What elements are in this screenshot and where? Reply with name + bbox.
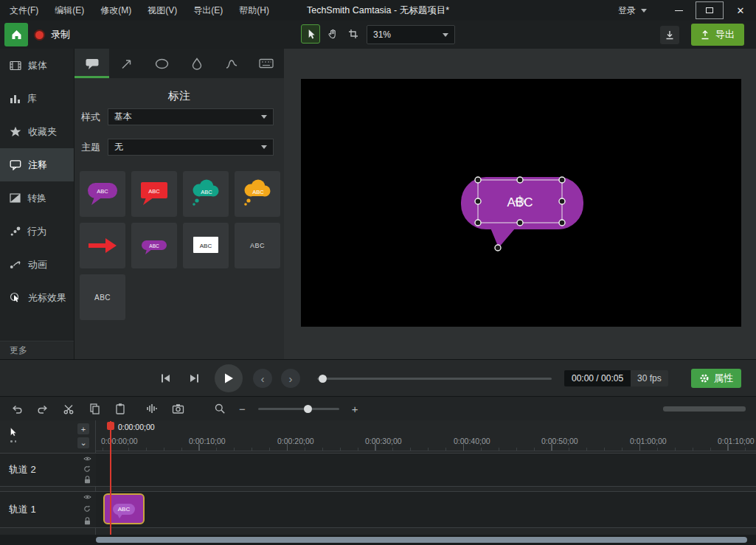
track-1-header[interactable]: 轨道 1 xyxy=(0,491,96,528)
sidebar-item-cursor-effects[interactable]: 光标效果 xyxy=(0,281,74,314)
chevron-right-icon: › xyxy=(289,372,293,385)
sidebar-item-annotations[interactable]: 注释 xyxy=(0,148,74,181)
audio-tools-button[interactable] xyxy=(145,402,159,415)
transition-icon xyxy=(10,193,21,203)
playhead-line[interactable] xyxy=(110,421,111,535)
timeline-horizontal-scrollbar[interactable] xyxy=(96,537,747,543)
close-button[interactable]: ✕ xyxy=(725,0,756,21)
login-button[interactable]: 登录 xyxy=(618,4,647,17)
record-button[interactable]: 录制 xyxy=(34,28,70,41)
download-button[interactable] xyxy=(660,26,679,44)
minimize-icon xyxy=(675,10,683,11)
cursor-icon xyxy=(305,28,316,40)
shape-icon xyxy=(155,58,169,69)
callout-gallery: ABC ABC ABC ABC ABC ABC ABC ABC xyxy=(80,171,280,320)
track-1-lane[interactable]: ABC xyxy=(96,491,756,528)
snapshot-button[interactable] xyxy=(171,402,184,415)
sidebar-item-animations[interactable]: 动画 xyxy=(0,248,74,281)
panel-scrollbar[interactable] xyxy=(663,406,746,412)
seek-slider[interactable] xyxy=(317,378,552,380)
callout-tile-banner-purple[interactable]: ABC xyxy=(131,223,177,268)
copy-button[interactable] xyxy=(88,402,101,415)
next-marker-button[interactable]: › xyxy=(281,369,300,388)
timeline-zoom-button[interactable] xyxy=(213,402,226,415)
seek-thumb[interactable] xyxy=(319,375,327,383)
redo-button[interactable] xyxy=(36,402,49,415)
menu-export[interactable]: 导出(E) xyxy=(185,0,231,21)
loop-icon[interactable] xyxy=(83,505,91,513)
split-button[interactable] xyxy=(62,402,75,415)
callout-tile-arrow-red[interactable] xyxy=(80,223,125,268)
tab-callouts[interactable] xyxy=(74,49,109,78)
style-dropdown[interactable]: 基本 xyxy=(108,108,274,125)
add-track-button[interactable]: + xyxy=(77,423,89,434)
eye-icon[interactable] xyxy=(83,456,91,462)
menu-modify[interactable]: 修改(M) xyxy=(92,0,139,21)
next-frame-button[interactable] xyxy=(186,369,204,387)
zoom-dropdown[interactable]: 31% xyxy=(367,25,455,44)
callout-tile-cloud-orange[interactable]: ABC xyxy=(235,171,280,217)
time-display: 00:00 / 00:05 xyxy=(564,370,631,386)
callout-tile-rounded-purple[interactable]: ABC xyxy=(80,171,125,217)
redo-icon xyxy=(37,403,49,414)
undo-icon xyxy=(11,403,23,414)
crop-tool-button[interactable] xyxy=(344,24,363,44)
sidebar-item-favorites[interactable]: 收藏夹 xyxy=(0,115,74,148)
ruler-tick: 0:00:00;00 xyxy=(101,437,138,445)
callout-tile-text[interactable]: ABC xyxy=(235,223,280,268)
annotation-tabs xyxy=(74,49,284,78)
cursor-tool-button[interactable] xyxy=(301,24,320,44)
callout-tile-rect-white[interactable]: ABC xyxy=(183,223,229,268)
callout-tile-square-red[interactable]: ABC xyxy=(131,171,177,217)
sidebar-item-media[interactable]: 媒体 xyxy=(0,49,74,82)
zoom-out-button[interactable]: − xyxy=(239,403,246,414)
properties-button[interactable]: 属性 xyxy=(691,369,741,388)
menu-help[interactable]: 帮助(H) xyxy=(231,0,277,21)
prev-frame-button[interactable] xyxy=(156,369,174,387)
prev-marker-button[interactable]: ‹ xyxy=(253,369,272,388)
track-2-header[interactable]: 轨道 2 xyxy=(0,453,96,487)
zoom-in-button[interactable]: + xyxy=(352,403,358,414)
theme-label: 主题 xyxy=(81,141,101,154)
canvas-tools xyxy=(301,24,363,44)
tab-keystroke[interactable] xyxy=(249,49,284,78)
callout-icon xyxy=(85,58,100,70)
paste-button[interactable] xyxy=(114,402,127,415)
track-2-lane[interactable] xyxy=(96,453,756,487)
play-button[interactable] xyxy=(215,364,243,392)
timeline-zoom-thumb[interactable] xyxy=(304,405,312,413)
sidebar-item-behaviors[interactable]: 行为 xyxy=(0,215,74,248)
tab-blur[interactable] xyxy=(179,49,214,78)
maximize-button[interactable] xyxy=(696,1,724,19)
minimize-button[interactable] xyxy=(663,0,694,21)
sidebar-more-button[interactable]: 更多 xyxy=(0,341,74,359)
callout-tile-text-large[interactable]: ABC xyxy=(80,274,125,320)
video-canvas[interactable]: ABC xyxy=(301,79,741,327)
timeline-ruler[interactable]: 0:00:00;00 0:00:10;00 0:00:20;00 0:00:30… xyxy=(96,432,756,451)
export-button[interactable]: 导出 xyxy=(691,24,744,46)
lock-icon[interactable] xyxy=(84,517,91,525)
menu-file[interactable]: 文件(F) xyxy=(1,0,46,21)
ruler-tick: 0:01:00;00 xyxy=(630,437,667,445)
eye-icon[interactable] xyxy=(83,494,91,500)
callout-tile-cloud-teal[interactable]: ABC xyxy=(183,171,229,217)
menu-edit[interactable]: 编辑(E) xyxy=(46,0,92,21)
pan-tool-button[interactable] xyxy=(322,24,341,44)
tab-sketch-motion[interactable] xyxy=(214,49,249,78)
timeline-zoom-slider[interactable] xyxy=(258,408,339,410)
close-icon: ✕ xyxy=(737,5,745,16)
ruler-tick: 0:00:50;00 xyxy=(541,437,578,445)
theme-dropdown[interactable]: 无 xyxy=(108,139,274,156)
sidebar-item-library[interactable]: 库 xyxy=(0,82,74,115)
main-toolbar: 录制 31% 导出 xyxy=(0,21,756,49)
sidebar-item-transitions[interactable]: 转换 xyxy=(0,181,74,215)
tab-arrows[interactable] xyxy=(109,49,144,78)
loop-icon[interactable] xyxy=(83,465,91,473)
undo-button[interactable] xyxy=(10,402,24,415)
home-button[interactable] xyxy=(4,23,28,46)
tab-shapes[interactable] xyxy=(145,49,179,78)
collapse-tracks-button[interactable]: ⌄ xyxy=(77,437,89,448)
menu-view[interactable]: 视图(V) xyxy=(139,0,185,21)
lock-icon[interactable] xyxy=(84,476,91,484)
callout-selection[interactable]: ABC xyxy=(301,79,741,327)
